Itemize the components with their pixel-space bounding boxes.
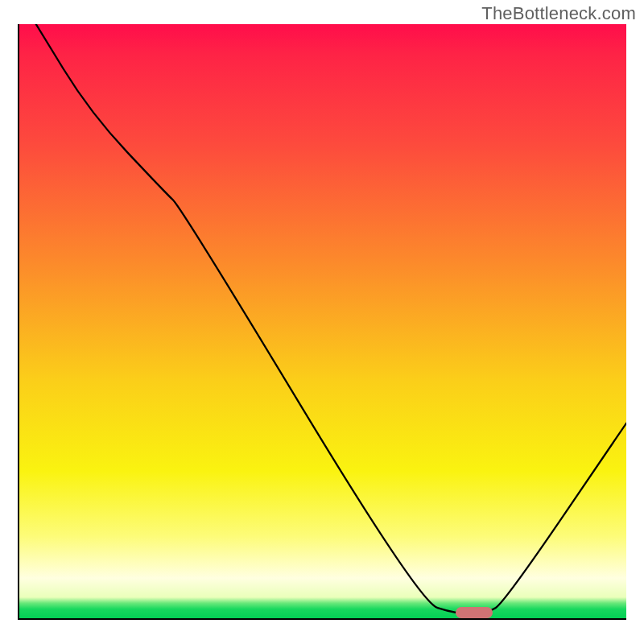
chart-stage: TheBottleneck.com — [0, 0, 644, 644]
watermark-text: TheBottleneck.com — [481, 3, 636, 24]
axes-frame — [18, 24, 626, 620]
